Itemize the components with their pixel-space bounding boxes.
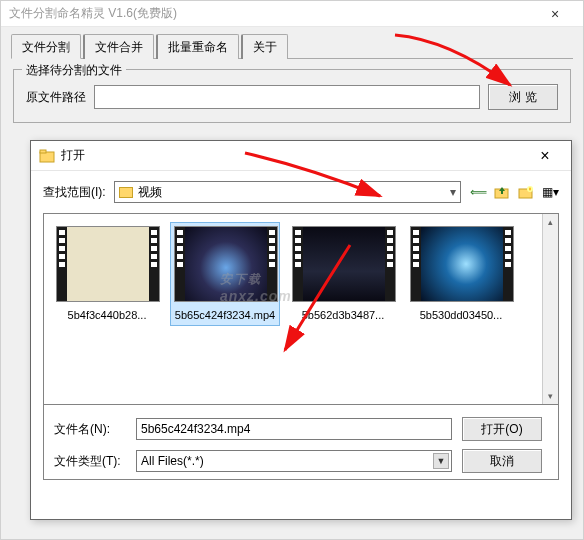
filename-label: 文件名(N): bbox=[54, 421, 126, 438]
scroll-down-icon[interactable]: ▾ bbox=[543, 388, 558, 404]
tab-file-split[interactable]: 文件分割 bbox=[11, 34, 81, 59]
open-dialog: 打开 × 查找范围(I): 视频 ▾ ⟸ ▦▾ bbox=[30, 140, 572, 520]
file-name: 5b65c424f3234.mp4 bbox=[174, 308, 276, 322]
folder-icon bbox=[119, 187, 133, 198]
scrollbar[interactable]: ▴ ▾ bbox=[542, 214, 558, 404]
tab-about[interactable]: 关于 bbox=[241, 34, 288, 59]
file-name: 5b562d3b3487... bbox=[292, 308, 394, 322]
source-path-input[interactable] bbox=[94, 85, 480, 109]
file-item[interactable]: 5b4f3c440b28... bbox=[52, 222, 162, 326]
video-thumb bbox=[410, 226, 514, 302]
files-row: 5b4f3c440b28... 5b65c424f3234.mp4 bbox=[52, 222, 550, 326]
tab-batch-rename[interactable]: 批量重命名 bbox=[156, 34, 239, 59]
dialog-icon bbox=[39, 148, 55, 164]
file-item[interactable]: 5b530dd03450... bbox=[406, 222, 516, 326]
dialog-title: 打开 bbox=[61, 147, 527, 164]
dialog-toolbar: ⟸ ▦▾ bbox=[469, 183, 559, 201]
file-item[interactable]: 5b562d3b3487... bbox=[288, 222, 398, 326]
new-folder-icon[interactable] bbox=[517, 183, 535, 201]
video-thumb bbox=[292, 226, 396, 302]
filetype-value: All Files(*.*) bbox=[141, 454, 204, 468]
file-item[interactable]: 5b65c424f3234.mp4 bbox=[170, 222, 280, 326]
svg-rect-1 bbox=[40, 150, 46, 153]
filetype-label: 文件类型(T): bbox=[54, 453, 126, 470]
file-name: 5b530dd03450... bbox=[410, 308, 512, 322]
dialog-close-icon[interactable]: × bbox=[527, 147, 563, 165]
scroll-track[interactable] bbox=[543, 230, 558, 388]
lookin-row: 查找范围(I): 视频 ▾ ⟸ ▦▾ bbox=[43, 181, 559, 203]
dialog-titlebar: 打开 × bbox=[31, 141, 571, 171]
main-titlebar: 文件分割命名精灵 V1.6(免费版) × bbox=[1, 1, 583, 27]
main-title: 文件分割命名精灵 V1.6(免费版) bbox=[9, 5, 535, 22]
main-body: 文件分割 文件合并 批量重命名 关于 选择待分割的文件 原文件路径 浏 览 bbox=[1, 27, 583, 139]
browse-button[interactable]: 浏 览 bbox=[488, 84, 558, 110]
filetype-select[interactable]: All Files(*.*) ▼ bbox=[136, 450, 452, 472]
video-thumb bbox=[56, 226, 160, 302]
group-legend: 选择待分割的文件 bbox=[22, 62, 126, 79]
tabs: 文件分割 文件合并 批量重命名 关于 bbox=[11, 33, 573, 59]
dialog-bottom: 文件名(N): 打开(O) 文件类型(T): All Files(*.*) ▼ … bbox=[43, 405, 559, 480]
scroll-up-icon[interactable]: ▴ bbox=[543, 214, 558, 230]
file-list: 5b4f3c440b28... 5b65c424f3234.mp4 bbox=[43, 213, 559, 405]
filename-input[interactable] bbox=[136, 418, 452, 440]
back-icon[interactable]: ⟸ bbox=[469, 183, 487, 201]
video-thumb bbox=[174, 226, 278, 302]
cancel-button[interactable]: 取消 bbox=[462, 449, 542, 473]
up-folder-icon[interactable] bbox=[493, 183, 511, 201]
lookin-label: 查找范围(I): bbox=[43, 184, 106, 201]
path-row: 原文件路径 浏 览 bbox=[26, 84, 558, 110]
view-menu-icon[interactable]: ▦▾ bbox=[541, 183, 559, 201]
file-select-group: 选择待分割的文件 原文件路径 浏 览 bbox=[13, 69, 571, 123]
lookin-value: 视频 bbox=[138, 184, 162, 201]
path-label: 原文件路径 bbox=[26, 89, 86, 106]
open-button[interactable]: 打开(O) bbox=[462, 417, 542, 441]
tab-file-merge[interactable]: 文件合并 bbox=[83, 34, 154, 59]
close-icon[interactable]: × bbox=[535, 6, 575, 22]
chevron-down-icon: ▾ bbox=[450, 185, 456, 199]
lookin-select[interactable]: 视频 ▾ bbox=[114, 181, 461, 203]
chevron-down-icon: ▼ bbox=[433, 453, 449, 469]
file-name: 5b4f3c440b28... bbox=[56, 308, 158, 322]
dialog-body: 查找范围(I): 视频 ▾ ⟸ ▦▾ bbox=[31, 171, 571, 490]
